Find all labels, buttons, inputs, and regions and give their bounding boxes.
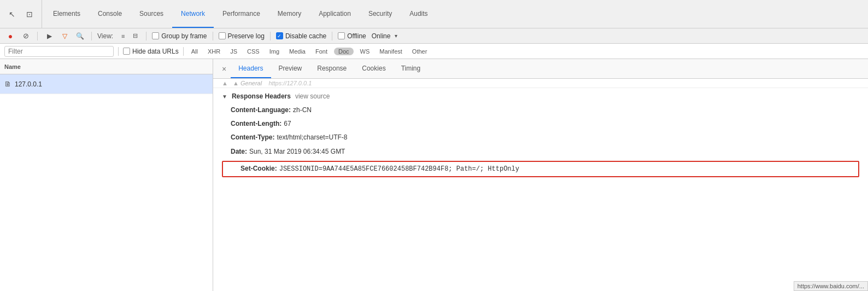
network-toolbar: ● ⊘ ▶ ▽ 🔍 View: ≡ ⊟ Group by frame Prese… (0, 28, 868, 44)
file-list-item[interactable]: 🗎 127.0.0.1 (0, 74, 213, 94)
set-cookie-row: Set-Cookie: JSESSIONID=9AA744E5A85FCE766… (222, 161, 859, 177)
header-key-content-language: Content-Language: (231, 105, 291, 115)
tab-application[interactable]: Application (310, 0, 360, 28)
tab-console[interactable]: Console (89, 0, 131, 28)
toolbar-divider-1 (37, 32, 38, 40)
hide-data-urls-checkbox-group: Hide data URLs (123, 48, 179, 55)
header-row-content-type: Content-Type: text/html;charset=UTF-8 (213, 131, 868, 144)
tab-sources[interactable]: Sources (131, 0, 172, 28)
online-dropdown-arrow[interactable]: ▾ (395, 33, 397, 39)
set-cookie-key: Set-Cookie: (241, 164, 277, 174)
header-key-date: Date: (231, 147, 247, 157)
tab-security[interactable]: Security (360, 0, 401, 28)
group-view-button[interactable]: ⊟ (130, 31, 140, 42)
offline-label: Offline (347, 32, 366, 40)
preserve-log-checkbox[interactable] (219, 32, 226, 39)
detail-tab-preview[interactable]: Preview (271, 59, 310, 78)
offline-checkbox-group: Offline (338, 32, 366, 40)
group-by-frame-checkbox-group: Group by frame (152, 32, 207, 40)
scroll-indicator: ▲ ▲ General https://127.0.0.1 (213, 79, 868, 88)
list-view-button[interactable]: ≡ (118, 31, 128, 42)
clear-button[interactable]: ⊘ (20, 30, 32, 42)
detail-tab-cookies[interactable]: Cookies (354, 59, 393, 78)
header-val-content-length: 67 (284, 119, 291, 129)
detail-tab-response[interactable]: Response (309, 59, 354, 78)
disable-cache-checkbox[interactable]: ✓ (276, 32, 283, 39)
record-button[interactable]: ● (4, 30, 16, 42)
header-key-content-length: Content-Length: (231, 119, 281, 129)
detail-tabs: × Headers Preview Response Cookies Timin… (213, 59, 868, 79)
filter-button[interactable]: ▽ (58, 30, 71, 42)
tab-network[interactable]: Network (172, 0, 214, 28)
file-list-header-label: Name (4, 63, 21, 70)
header-row-content-language: Content-Language: zh-CN (213, 103, 868, 117)
filter-other[interactable]: Other (409, 48, 431, 55)
filter-css[interactable]: CSS (244, 48, 263, 55)
header-val-content-language: zh-CN (293, 105, 312, 115)
preserve-log-label: Preserve log (228, 32, 265, 40)
detail-tab-headers[interactable]: Headers (231, 59, 271, 78)
set-cookie-val: JSESSIONID=9AA744E5A85FCE76602458BF742B9… (279, 164, 519, 174)
preserve-log-checkbox-group: Preserve log (219, 32, 265, 40)
header-row-content-length: Content-Length: 67 (213, 117, 868, 131)
camera-button[interactable]: ▶ (43, 30, 55, 42)
group-by-frame-label: Group by frame (161, 32, 207, 40)
filter-divider-2 (183, 47, 184, 56)
file-icon: 🗎 (4, 80, 11, 88)
file-name: 127.0.0.1 (15, 80, 42, 88)
detail-close-button[interactable]: × (218, 59, 231, 78)
url-status-bar: https://www.baidu.com/... (794, 281, 868, 291)
tab-memory[interactable]: Memory (269, 0, 310, 28)
filter-media[interactable]: Media (286, 48, 309, 55)
offline-checkbox[interactable] (338, 32, 345, 39)
filter-manifest[interactable]: Manifest (376, 48, 406, 55)
view-source-link[interactable]: view source (295, 92, 330, 100)
filter-font[interactable]: Font (312, 48, 331, 55)
view-label: View: (97, 32, 113, 40)
view-buttons: ≡ ⊟ (118, 31, 140, 42)
tab-audits[interactable]: Audits (401, 0, 436, 28)
toolbar-divider-3 (146, 32, 146, 40)
triangle-icon: ▼ (222, 94, 227, 100)
header-key-content-type: Content-Type: (231, 132, 274, 143)
response-headers-title: Response Headers (232, 92, 291, 100)
toolbar-divider-2 (91, 32, 92, 40)
toolbar-divider-5 (270, 32, 271, 40)
filter-doc[interactable]: Doc (334, 48, 354, 55)
filter-xhr[interactable]: XHR (204, 48, 224, 55)
dock-icon[interactable]: ⊡ (22, 7, 37, 22)
response-headers-section: ▼ Response Headers view source (213, 88, 868, 103)
filter-bar: Hide data URLs All XHR JS CSS Img Media … (0, 44, 868, 59)
tab-bar: ↖ ⊡ Elements Console Sources Network Per… (0, 0, 868, 28)
group-by-frame-checkbox[interactable] (152, 32, 159, 39)
header-val-date: Sun, 31 Mar 2019 06:34:45 GMT (249, 147, 345, 157)
toolbar-divider-4 (213, 32, 213, 40)
disable-cache-label: Disable cache (285, 32, 326, 40)
filter-img[interactable]: Img (266, 48, 283, 55)
filter-divider-1 (118, 47, 119, 56)
tab-performance[interactable]: Performance (214, 0, 269, 28)
tab-elements[interactable]: Elements (44, 0, 89, 28)
header-val-content-type: text/html;charset=UTF-8 (277, 132, 347, 143)
hide-data-urls-label: Hide data URLs (132, 48, 179, 55)
detail-tab-timing[interactable]: Timing (394, 59, 429, 78)
filter-js[interactable]: JS (227, 48, 241, 55)
filter-all[interactable]: All (188, 48, 201, 55)
main-area: Name 🗎 127.0.0.1 × Headers Preview Respo… (0, 59, 868, 291)
toolbar-divider-6 (332, 32, 332, 40)
online-select-label: Online (372, 32, 391, 40)
file-list: Name 🗎 127.0.0.1 (0, 59, 213, 291)
filter-input[interactable] (4, 46, 114, 57)
header-row-date: Date: Sun, 31 Mar 2019 06:34:45 GMT (213, 145, 868, 159)
disable-cache-checkbox-group: ✓ Disable cache (276, 32, 326, 40)
filter-ws[interactable]: WS (357, 48, 373, 55)
file-list-header: Name (0, 59, 213, 74)
detail-panel: × Headers Preview Response Cookies Timin… (213, 59, 868, 291)
search-button[interactable]: 🔍 (74, 30, 86, 42)
cursor-icon[interactable]: ↖ (4, 7, 20, 22)
devtools-icons: ↖ ⊡ (4, 0, 42, 28)
hide-data-urls-checkbox[interactable] (123, 48, 130, 55)
